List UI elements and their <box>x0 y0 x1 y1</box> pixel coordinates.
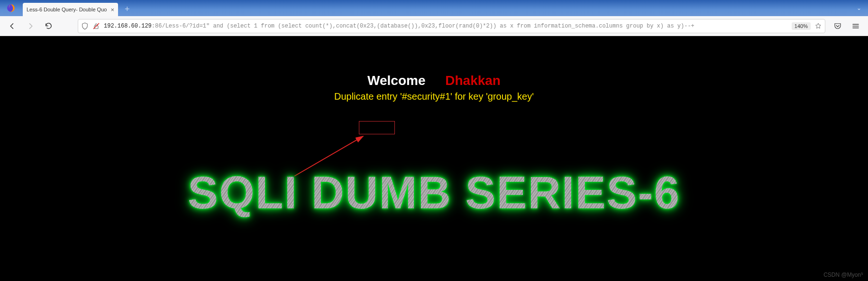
url-rest: :86/Less-6/?id=1" and (select 1 from (se… <box>152 23 694 29</box>
tabs-dropdown-icon[interactable]: ⌄ <box>857 5 861 11</box>
welcome-text: Welcome <box>367 73 425 88</box>
bookmark-star-icon[interactable] <box>814 22 822 30</box>
sql-error-text: Duplicate entry '#security#1' for key 'g… <box>0 91 868 102</box>
shield-icon <box>81 22 89 30</box>
menu-button[interactable] <box>848 19 863 33</box>
arrow-left-icon <box>8 22 17 30</box>
welcome-line: Welcome Dhakkan <box>0 73 868 88</box>
page-content: Welcome Dhakkan Duplicate entry '#securi… <box>0 36 868 281</box>
hamburger-icon <box>851 22 860 30</box>
firefox-icon <box>7 4 15 12</box>
reload-button[interactable] <box>41 19 56 33</box>
forward-button <box>23 19 38 33</box>
dhakkan-text: Dhakkan <box>445 73 501 88</box>
zoom-badge[interactable]: 140% <box>792 22 811 30</box>
reload-icon <box>45 22 53 30</box>
arrow-right-icon <box>26 22 35 30</box>
watermark: CSDN @Myon⁵ <box>823 272 863 278</box>
url-bar[interactable]: 192.168.60.129:86/Less-6/?id=1" and (sel… <box>78 19 825 33</box>
url-text: 192.168.60.129:86/Less-6/?id=1" and (sel… <box>104 23 788 29</box>
lock-insecure-icon <box>92 22 100 30</box>
toolbar: 192.168.60.129:86/Less-6/?id=1" and (sel… <box>0 16 868 36</box>
browser-tab[interactable]: Less-6 Double Query- Double Quo × <box>23 3 118 16</box>
pocket-icon <box>833 22 842 30</box>
tab-title: Less-6 Double Query- Double Quo <box>27 7 107 12</box>
back-button[interactable] <box>5 19 20 33</box>
banner: SQLI DUMB SERIES-6 <box>0 170 868 215</box>
new-tab-button[interactable]: + <box>125 4 130 14</box>
window-titlebar: Less-6 Double Query- Double Quo × + ⌄ <box>0 0 868 16</box>
close-tab-icon[interactable]: × <box>107 7 114 13</box>
save-to-pocket-button[interactable] <box>830 19 845 33</box>
banner-text: SQLI DUMB SERIES-6 <box>188 170 680 215</box>
annotation-box <box>359 121 395 134</box>
url-host: 192.168.60.129 <box>104 23 152 29</box>
